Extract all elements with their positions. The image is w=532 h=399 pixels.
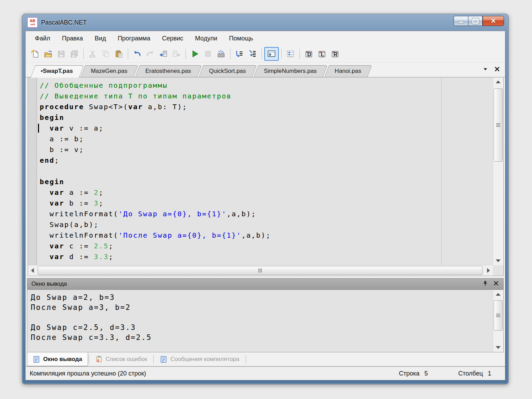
arrow-up-icon	[496, 80, 501, 83]
vertical-scroll-thumb[interactable]	[494, 300, 503, 331]
module-d-button[interactable]: D	[302, 47, 315, 60]
structure-icon	[286, 50, 295, 58]
document-tab-bar: •SwapT.pasMazeGen.pasEratosthenes.pasQui…	[26, 63, 505, 77]
tab-hanoipas[interactable]: Hanoi.pas	[324, 65, 368, 77]
output-panel-title: Окно вывода	[31, 281, 67, 287]
doc-lines-icon	[160, 355, 168, 363]
tab-eratosthenespas[interactable]: Eratosthenes.pas	[135, 65, 197, 77]
module-l-button[interactable]: L	[315, 47, 329, 60]
next-position-button[interactable]	[170, 47, 183, 60]
code-line-1: // Обобщенные подпрограммы	[40, 80, 492, 91]
vertical-scroll-thumb[interactable]	[494, 88, 503, 162]
desktop-background: AB .net PascalABC.NET ✕ ФайлПравкаВидПро…	[0, 0, 532, 399]
title-bar[interactable]: AB .net PascalABC.NET ✕	[22, 14, 508, 31]
open-file-button[interactable]	[41, 47, 55, 60]
code-line-8: end;	[40, 155, 492, 166]
close-panel-button[interactable]	[493, 280, 499, 288]
toolbar-separator	[128, 49, 128, 59]
code-text-area[interactable]: // Обобщенные подпрограммы// Выведение т…	[37, 77, 492, 265]
tab-simplenumberspas[interactable]: SimpleNumbers.pas	[254, 65, 323, 77]
tab-mazegenpas[interactable]: MazeGen.pas	[80, 65, 134, 77]
tab-list-dropdown-button[interactable]	[482, 66, 488, 74]
scroll-up-button[interactable]	[493, 290, 503, 299]
arrow-left-icon	[31, 268, 34, 273]
editor-horizontal-scrollbar[interactable]	[28, 265, 493, 276]
prev-position-button[interactable]	[157, 47, 170, 60]
code-line-4: begin	[40, 112, 492, 123]
code-line-5: var v := a;	[40, 123, 492, 134]
step-over-button[interactable]	[233, 47, 246, 60]
paste-icon	[115, 50, 123, 58]
maximize-button[interactable]	[468, 16, 483, 26]
show-structure-window-button[interactable]	[284, 47, 297, 60]
menu-item-5[interactable]: Сервис	[156, 33, 189, 44]
save-file-button[interactable]	[55, 47, 68, 60]
bottom-tab-2[interactable]: Список ошибок	[90, 352, 153, 366]
save-all-button[interactable]	[68, 47, 81, 60]
menu-item-7[interactable]: Помощь	[223, 33, 259, 44]
module-doc-icon: R	[331, 50, 339, 58]
close-tab-button[interactable]	[494, 66, 500, 74]
tab-label: SimpleNumbers.pas	[264, 68, 317, 75]
menu-item-3[interactable]: Вид	[89, 33, 112, 44]
pin-panel-button[interactable]	[482, 280, 488, 288]
menu-item-2[interactable]: Правка	[56, 33, 89, 44]
bottom-tab-1[interactable]: Окно вывода	[27, 352, 88, 366]
app-icon-text: AB	[30, 19, 35, 23]
tab-swaptpas[interactable]: •SwapT.pas	[30, 65, 79, 77]
menu-item-6[interactable]: Модули	[189, 33, 223, 44]
output-line-5: После Swap c=3.3, d=2.5	[31, 333, 492, 343]
next-pos-icon	[172, 50, 181, 58]
svg-text:L: L	[321, 51, 324, 57]
bottom-tab-bar: Окно выводаСписок ошибокСообщения компил…	[26, 352, 505, 366]
show-output-window-button[interactable]	[264, 47, 279, 61]
run-icon	[191, 50, 199, 58]
output-line-1: До Swap a=2, b=3	[31, 293, 492, 303]
module-doc-icon: L	[318, 50, 326, 58]
compile-button[interactable]	[215, 47, 228, 60]
output-line-2: После Swap a=3, b=2	[31, 303, 492, 313]
run-button[interactable]	[188, 47, 201, 60]
module-doc-icon: D	[305, 50, 313, 58]
menu-item-4[interactable]: Программа	[112, 33, 156, 44]
scroll-down-button[interactable]	[493, 343, 503, 352]
undo-button[interactable]	[131, 47, 144, 60]
cut-button[interactable]	[86, 47, 99, 60]
toolbar-separator	[83, 49, 84, 59]
paste-button[interactable]	[112, 47, 125, 60]
output-vertical-scrollbar[interactable]	[493, 290, 503, 352]
redo-button[interactable]	[144, 47, 157, 60]
menu-item-1[interactable]: Файл	[29, 33, 56, 44]
scroll-left-button[interactable]	[28, 265, 37, 276]
editor-vertical-scrollbar[interactable]	[493, 77, 503, 265]
step-into-button[interactable]	[246, 47, 259, 60]
step-over-icon	[235, 50, 244, 58]
output-panel: До Swap a=2, b=3После Swap a=3, b=2 До S…	[27, 290, 504, 352]
scroll-right-button[interactable]	[484, 265, 493, 276]
new-file-button[interactable]	[28, 47, 41, 60]
save-file-icon	[57, 50, 65, 58]
minimize-button[interactable]	[454, 16, 468, 26]
scroll-down-button[interactable]	[493, 256, 503, 265]
code-line-2: // Выведение типа T по типам параметров	[40, 91, 492, 102]
code-editor[interactable]: // Обобщенные подпрограммы// Выведение т…	[28, 77, 504, 276]
status-message: Компиляция прошла успешно (20 строк)	[30, 370, 146, 377]
output-panel-header[interactable]: Окно вывода	[27, 278, 504, 290]
close-button[interactable]: ✕	[483, 16, 504, 26]
module-r-button[interactable]: R	[329, 47, 342, 60]
redo-icon	[146, 50, 154, 58]
save-all-icon	[70, 50, 78, 58]
scroll-up-button[interactable]	[493, 77, 503, 86]
toolbar-separator	[262, 49, 262, 59]
output-line-3	[31, 313, 492, 323]
tab-quicksortpas[interactable]: QuickSort.pas	[199, 65, 252, 77]
editor-gutter	[28, 77, 37, 265]
copy-button[interactable]	[99, 47, 112, 60]
tab-label: Eratosthenes.pas	[145, 68, 191, 75]
stop-button[interactable]	[201, 47, 215, 60]
bottom-tab-3[interactable]: Сообщения компилятора	[154, 352, 245, 366]
horizontal-scroll-thumb[interactable]	[38, 266, 483, 275]
step-into-icon	[248, 50, 257, 58]
window-controls: ✕	[454, 16, 504, 26]
tab-divider	[246, 355, 246, 363]
